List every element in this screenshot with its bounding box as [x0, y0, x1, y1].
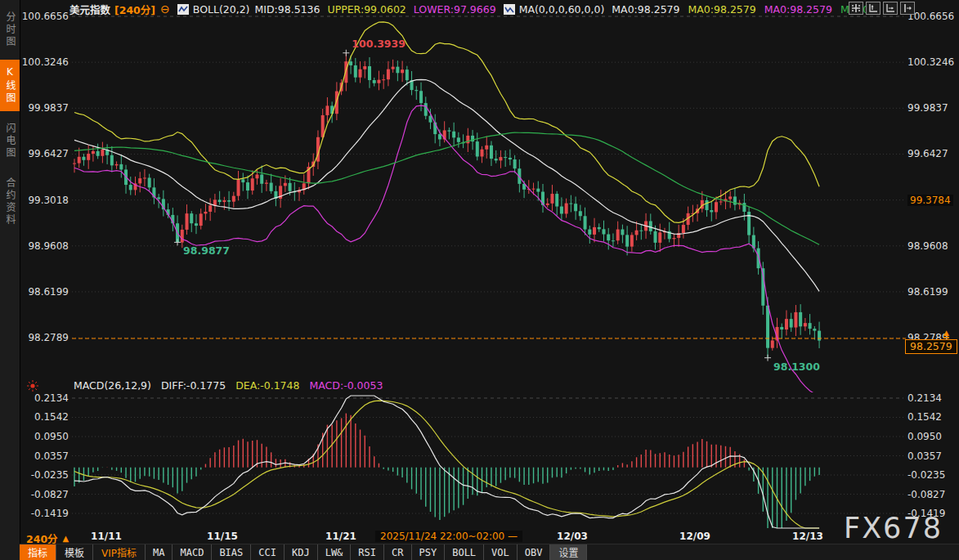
macd-title: MACD(26,12,9) — [74, 379, 151, 392]
date-tick: 12/03 — [557, 531, 588, 542]
price-axis-label-left: 98.6199 — [21, 286, 69, 298]
current-price-value: 98.2579 — [910, 340, 952, 352]
live-indicator-icon — [26, 379, 39, 392]
price-axis-label-right: 99.6427 — [907, 148, 958, 159]
macd-diff-value: DIFF:-0.1775 — [161, 379, 226, 392]
time-axis: 240分 ▲ 11/1111/1511/2112/0312/0912/13202… — [20, 530, 959, 544]
macd-axis-label-right: 0.2134 — [907, 392, 958, 404]
svg-text:98.9877: 98.9877 — [183, 244, 230, 257]
macd-axis-label-left: 0.0950 — [21, 431, 69, 442]
toolbar-tab-模板[interactable]: 模板 — [56, 544, 93, 560]
toolbar-tab-RSI[interactable]: RSI — [351, 544, 384, 560]
macd-axis-label-left: -0.1419 — [21, 508, 69, 519]
crosshair-icon[interactable] — [849, 2, 863, 15]
toolbar-tab-CR[interactable]: CR — [384, 544, 411, 560]
macd-chart[interactable] — [0, 392, 959, 530]
date-tick: 11/11 — [91, 531, 122, 542]
price-axis-label-left: 99.3018 — [21, 195, 69, 206]
price-up-marker-icon: ▲ — [943, 329, 949, 338]
macd-axis-label-left: 0.1542 — [21, 411, 69, 423]
collapse-icon[interactable]: ⊖ — [160, 2, 170, 16]
toolbar-tab-设置[interactable]: 设置 — [550, 544, 587, 560]
date-tick: 11/15 — [207, 531, 238, 542]
ma-indicator-icon[interactable] — [504, 4, 515, 15]
symbol-name: 美元指数 — [69, 2, 110, 17]
toolbar-tab-BOLL[interactable]: BOLL — [445, 544, 484, 560]
price-chart[interactable]: 100.393998.987798.1300 — [0, 0, 959, 392]
ma-label: MA(0,0,0,60,0,0) — [519, 3, 605, 16]
boll-label: BOLL(20,2) — [193, 3, 250, 16]
svg-text:98.1300: 98.1300 — [773, 361, 820, 373]
toolbar-tab-KDJ[interactable]: KDJ — [285, 544, 318, 560]
pan-right-icon[interactable] — [900, 2, 915, 15]
macd-axis-label-left: 0.0357 — [21, 450, 69, 462]
macd-axis-label-left: -0.0235 — [21, 469, 69, 481]
svg-text:100.3939: 100.3939 — [352, 38, 406, 50]
price-axis-label-left: 98.2789 — [21, 332, 69, 343]
ma-value-2: MA0:98.2579 — [688, 3, 756, 16]
macd-axis-label-left: -0.0827 — [21, 489, 69, 500]
price-axis-label-left: 98.9608 — [21, 240, 69, 252]
macd-axis-label-right: 0.0357 — [907, 450, 958, 462]
current-price-tag: 98.2579 — [905, 339, 957, 354]
boll-mid-value: MID:98.5136 — [255, 3, 320, 16]
toolbar-tab-CCI[interactable]: CCI — [251, 544, 285, 560]
chart-header: 美元指数 [240分] ⊖ BOLL(20,2) MID:98.5136 UPP… — [20, 0, 959, 18]
macd-macd-value: MACD:-0.0053 — [309, 379, 383, 392]
macd-axis-label-right: -0.0827 — [907, 489, 958, 500]
ma-value-1: MA0:98.2579 — [612, 3, 679, 16]
toolbar-tab-OBV[interactable]: OBV — [518, 544, 551, 560]
price-axis-label-right: 98.6199 — [907, 286, 958, 298]
sidebar-tab-4[interactable]: 合约资料 — [0, 171, 20, 233]
timeframe-up-icon: ▲ — [63, 534, 69, 543]
date-tick-highlighted[interactable]: 2025/11/24 22:00~02:00 — — [375, 531, 522, 542]
sidebar: 分时图K线图闪电图合约资料 — [0, 0, 20, 560]
price-axis-label-right: 99.3784 — [907, 195, 953, 206]
macd-axis-label-left: 0.2134 — [21, 392, 69, 404]
price-up-glyph: ▲ — [943, 329, 949, 337]
date-tick: 11/21 — [325, 531, 356, 542]
macd-axis-label-right: 0.0950 — [907, 431, 958, 442]
ma-value-3: MA0:98.2579 — [764, 3, 832, 16]
price-axis-label-left: 99.6427 — [21, 148, 69, 159]
toolbar-tab-BIAS[interactable]: BIAS — [212, 544, 251, 560]
macd-axis-label-right: -0.0235 — [907, 469, 958, 481]
toolbar-tab-MA[interactable]: MA — [146, 544, 173, 560]
date-tick: 12/09 — [679, 531, 710, 542]
price-axis-label-right: 100.3246 — [907, 56, 958, 68]
scale-up-icon[interactable] — [866, 2, 881, 15]
ma-values: MA0:98.2579MA0:98.2579MA0:98.2579MA60:9 — [612, 3, 879, 16]
boll-upper-value: UPPER:99.0602 — [328, 3, 406, 16]
scale-right-icon[interactable] — [883, 2, 898, 15]
sidebar-tab-2[interactable]: K线图 — [0, 60, 20, 111]
macd-dea-value: DEA:-0.1748 — [235, 379, 299, 392]
price-axis-label-left: 99.9837 — [21, 102, 69, 114]
sidebar-tab-3[interactable]: 闪电图 — [0, 116, 20, 166]
period-label: [240分] — [114, 2, 155, 17]
price-axis-label-right: 98.9608 — [907, 240, 958, 252]
toolbar-tab-VIP指标[interactable]: VIP指标 — [93, 544, 146, 560]
macd-axis-label-right: 0.1542 — [907, 411, 958, 423]
price-axis-label-right: 99.9837 — [907, 102, 958, 114]
chart-application: 100.393998.987798.1300 分时图K线图闪电图合约资料 美元指… — [0, 0, 959, 560]
toolbar-tab-VOL[interactable]: VOL — [484, 544, 518, 560]
indicator-toolbar: 指标模板VIP指标MAMACDBIASCCIKDJLW&RSICRPSYBOLL… — [20, 544, 959, 560]
date-tick: 12/13 — [792, 531, 823, 542]
boll-indicator-icon[interactable] — [177, 4, 189, 15]
toolbar-tab-指标[interactable]: 指标 — [20, 544, 56, 560]
toolbar-tab-MACD[interactable]: MACD — [173, 544, 212, 560]
sidebar-tab-1[interactable]: 分时图 — [0, 5, 20, 55]
watermark: FX678 — [844, 512, 943, 544]
boll-lower-value: LOWER:97.9669 — [414, 3, 496, 16]
toolbar-tab-LW&[interactable]: LW& — [318, 544, 352, 560]
toolbar-tab-PSY[interactable]: PSY — [412, 544, 446, 560]
price-axis-label-left: 100.3246 — [21, 56, 69, 68]
macd-header: MACD(26,12,9) DIFF:-0.1775 DEA:-0.1748 M… — [74, 379, 383, 392]
layout-buttons — [849, 2, 915, 15]
